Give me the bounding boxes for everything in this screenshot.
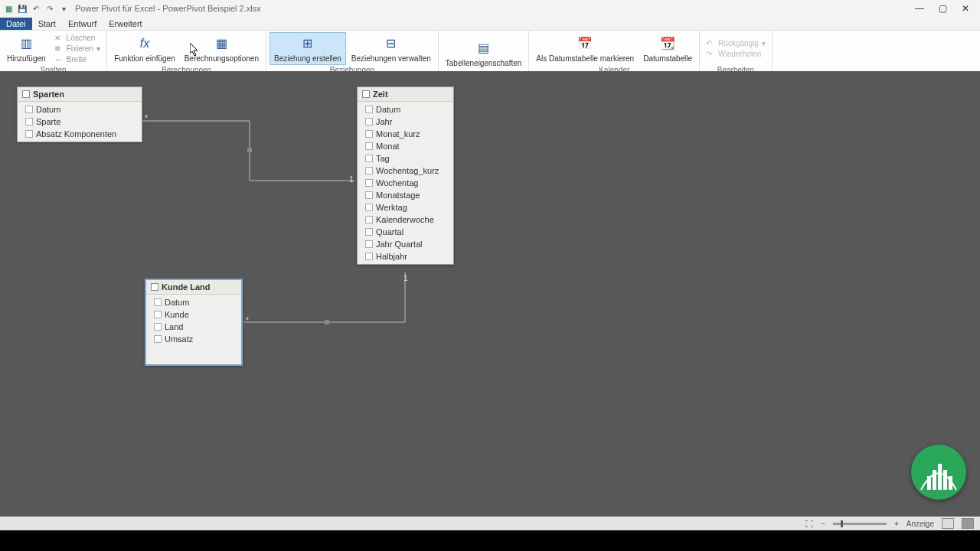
delete-icon: ✕	[54, 34, 64, 43]
rel-many-marker: *	[145, 114, 148, 122]
loeschen-button[interactable]: ✕Löschen	[51, 33, 104, 44]
table-icon	[151, 283, 158, 291]
hinzufuegen-button[interactable]: ▥ Hinzufügen	[3, 33, 50, 64]
field-icon	[365, 155, 373, 162]
field-icon	[365, 240, 373, 248]
field-icon	[365, 130, 373, 138]
field-icon	[25, 130, 33, 138]
table-header-zeit[interactable]: Zeit	[358, 87, 453, 102]
field-item[interactable]: Land	[146, 321, 241, 333]
date-table-icon: 📆	[658, 34, 677, 53]
status-bar: ⛶ − + Anzeige	[0, 517, 980, 530]
ribbon: ▥ Hinzufügen ✕Löschen ❄Fixieren ▾ ↔Breit…	[0, 31, 980, 77]
wiederholen-button[interactable]: ↷Wiederholen	[703, 49, 769, 60]
calc-options-icon: ▦	[212, 34, 230, 53]
field-icon	[365, 167, 373, 174]
field-item[interactable]: Werktag	[358, 201, 453, 214]
funktion-button[interactable]: fx Funktion einfügen	[110, 33, 179, 64]
fixieren-button[interactable]: ❄Fixieren ▾	[51, 44, 104, 54]
table-fields-sparten: Datum Sparte Absatz Komponenten	[18, 102, 142, 142]
field-item[interactable]: Halbjahr	[358, 250, 453, 262]
zoom-slider[interactable]	[833, 523, 887, 525]
breite-button[interactable]: ↔Breite	[51, 54, 104, 65]
field-icon	[154, 335, 162, 343]
field-item[interactable]: Wochentag	[358, 177, 453, 189]
watermark-logo	[911, 445, 966, 500]
zoom-out-button[interactable]: −	[821, 520, 825, 528]
svg-rect-3	[933, 470, 936, 490]
field-item[interactable]: Datum	[18, 103, 142, 116]
tab-start[interactable]: Start	[32, 18, 62, 30]
zoom-in-button[interactable]: +	[894, 520, 899, 528]
table-zeit[interactable]: Zeit Datum Jahr Monat_kurz Monat Tag Woc…	[357, 86, 454, 265]
tabelleneigenschaften-button[interactable]: ▤ Tabelleneigenschaften	[442, 37, 526, 69]
maximize-button[interactable]: ▢	[931, 1, 954, 16]
tab-datei[interactable]: Datei	[0, 18, 32, 30]
berechnungsoptionen-button[interactable]: ▦ Berechnungsoptionen	[181, 33, 263, 64]
undo-icon[interactable]: ↶	[31, 3, 41, 14]
close-button[interactable]: ✕	[954, 1, 977, 16]
field-item[interactable]: Datum	[146, 296, 241, 308]
width-icon: ↔	[54, 55, 64, 64]
data-view-button[interactable]	[942, 518, 954, 529]
field-item[interactable]: Monat_kurz	[358, 128, 453, 140]
markieren-label: Als Datumstabelle markieren	[536, 54, 634, 63]
fit-icon[interactable]: ⛶	[805, 520, 813, 528]
ribbon-group-beziehungen: ⊞ Beziehung erstellen ⊟ Beziehungen verw…	[266, 31, 439, 76]
field-item[interactable]: Monatstage	[358, 189, 453, 201]
ribbon-group-spalten: ▥ Hinzufügen ✕Löschen ❄Fixieren ▾ ↔Breit…	[0, 31, 107, 76]
datumstabelle-markieren-button[interactable]: 📅 Als Datumstabelle markieren	[532, 33, 638, 64]
field-item[interactable]: Absatz Komponenten	[18, 128, 142, 140]
field-icon	[365, 106, 373, 113]
qat-dropdown-icon[interactable]: ▾	[58, 3, 69, 14]
field-icon	[365, 179, 373, 187]
tabelle-label: Datumstabelle	[643, 54, 692, 63]
redo-icon-ribbon: ↷	[706, 50, 715, 59]
field-icon	[365, 118, 373, 126]
table-header-sparten[interactable]: Sparten	[18, 87, 142, 102]
quick-access-toolbar: ▦ 💾 ↶ ↷ ▾	[3, 3, 69, 14]
rel-many-marker-2: *	[246, 316, 249, 324]
field-item[interactable]: Kalenderwoche	[358, 214, 453, 226]
beziehungen-verwalten-button[interactable]: ⊟ Beziehungen verwalten	[348, 33, 435, 64]
rueckgaengig-button[interactable]: ↶Rückgängig ▾	[703, 38, 769, 49]
tab-entwurf[interactable]: Entwurf	[62, 18, 103, 30]
field-icon	[154, 323, 162, 331]
minimize-button[interactable]: —	[908, 1, 931, 16]
field-icon	[365, 216, 373, 223]
undo-icon-ribbon: ↶	[706, 39, 715, 48]
field-item[interactable]: Jahr Quartal	[358, 238, 453, 250]
field-icon	[365, 191, 373, 199]
field-item[interactable]: Wochentag_kurz	[358, 165, 453, 177]
field-item[interactable]: Kunde	[146, 308, 241, 321]
datumstabelle-button[interactable]: 📆 Datumstabelle	[639, 33, 696, 64]
field-item[interactable]: Tag	[358, 152, 453, 165]
table-sparten[interactable]: Sparten Datum Sparte Absatz Komponenten	[17, 86, 142, 142]
eigenschaften-label: Tabelleneigenschaften	[446, 59, 522, 67]
field-item[interactable]: Jahr	[358, 116, 453, 128]
beziehung-erstellen-button[interactable]: ⊞ Beziehung erstellen	[270, 32, 346, 65]
ribbon-group-berechnungen: fx Funktion einfügen ▦ Berechnungsoption…	[107, 31, 266, 76]
ribbon-group-kalender: 📅 Als Datumstabelle markieren 📆 Datumsta…	[529, 31, 700, 76]
field-item[interactable]: Sparte	[18, 116, 142, 128]
diagram-view-button[interactable]	[962, 518, 974, 529]
diagram-canvas[interactable]: * 1 * 1 Sparten Datum Sparte Absatz Komp…	[0, 71, 980, 530]
table-kunde-land[interactable]: Kunde Land Datum Kunde Land Umsatz	[145, 279, 243, 366]
table-header-kunde-land[interactable]: Kunde Land	[146, 280, 241, 295]
field-item[interactable]: Datum	[358, 103, 453, 116]
verwalten-label: Beziehungen verwalten	[351, 54, 431, 63]
save-icon[interactable]: 💾	[17, 3, 28, 14]
rel-one-marker: 1	[349, 175, 354, 184]
funktion-label: Funktion einfügen	[114, 54, 175, 63]
field-icon	[154, 311, 162, 318]
field-item[interactable]: Umsatz	[146, 333, 241, 345]
field-item[interactable]: Monat	[358, 140, 453, 152]
field-item[interactable]: Quartal	[358, 226, 453, 238]
tab-erweitert[interactable]: Erweitert	[103, 18, 148, 30]
field-icon	[365, 228, 373, 236]
table-fields-zeit: Datum Jahr Monat_kurz Monat Tag Wochenta…	[358, 102, 453, 264]
manage-relationships-icon: ⊟	[382, 34, 400, 53]
redo-icon[interactable]: ↷	[44, 3, 55, 14]
field-icon	[365, 204, 373, 211]
add-column-icon: ▥	[17, 34, 35, 53]
